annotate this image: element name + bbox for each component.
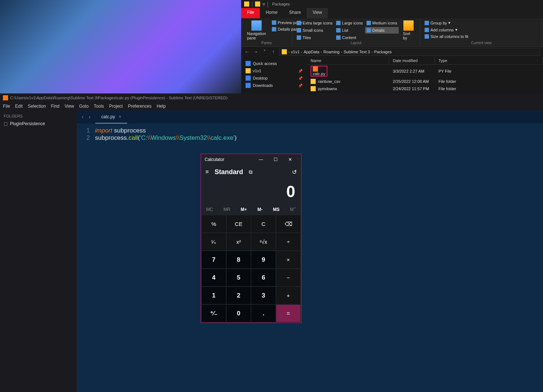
calc-button-[interactable]: − bbox=[276, 269, 300, 286]
layout-large-icons[interactable]: Large icons bbox=[335, 20, 364, 26]
menu-goto[interactable]: Goto bbox=[79, 104, 89, 109]
tab-bar: ‹ › calc.py × bbox=[77, 110, 543, 123]
breadcrumb-bar[interactable]: › v1v1› AppData› Roaming› Sublime Text 3… bbox=[279, 48, 540, 56]
tab-back[interactable]: ‹ bbox=[82, 114, 84, 120]
calculator-mode: Standard bbox=[214, 168, 243, 176]
folder-icon bbox=[311, 79, 316, 84]
layout-list[interactable]: List bbox=[335, 27, 364, 34]
tab-forward[interactable]: › bbox=[89, 114, 91, 120]
calculator-title: Calculator bbox=[205, 157, 224, 162]
calc-button-[interactable]: ⁺⁄₋ bbox=[202, 305, 226, 322]
calc-button-9[interactable]: 9 bbox=[251, 251, 276, 268]
file-row[interactable]: rainbow_csv2/25/2022 12:08 AMFile folder bbox=[307, 78, 543, 85]
explorer-titlebar: | ▾ | Packages bbox=[241, 0, 543, 8]
layout-xl-icons[interactable]: Extra large icons bbox=[295, 20, 334, 26]
calc-button-[interactable]: × bbox=[276, 251, 300, 268]
group-by-button[interactable]: Group by ▾ bbox=[423, 20, 540, 26]
breadcrumb[interactable]: Sublime Text 3 bbox=[343, 50, 370, 54]
breadcrumb[interactable]: v1v1 bbox=[291, 50, 299, 54]
calc-button-[interactable]: ¹⁄ₓ bbox=[202, 233, 226, 250]
folder-icon bbox=[246, 68, 251, 73]
memory-bar: MC MR M+ M- MS M˅ bbox=[201, 204, 301, 215]
calc-button-CE[interactable]: CE bbox=[227, 215, 251, 232]
menu-file[interactable]: File bbox=[3, 104, 10, 109]
tab-home[interactable]: Home bbox=[260, 8, 283, 18]
size-columns-button[interactable]: Size all columns to fit bbox=[423, 34, 540, 39]
layout-details[interactable]: Details bbox=[365, 27, 399, 34]
breadcrumb[interactable]: AppData bbox=[304, 50, 319, 54]
calc-button-x[interactable]: x² bbox=[227, 233, 251, 250]
up-button[interactable]: ↑ bbox=[270, 49, 276, 55]
mem-ms[interactable]: MS bbox=[273, 207, 280, 212]
calc-button-2[interactable]: 2 bbox=[227, 287, 251, 304]
forward-button[interactable]: → bbox=[253, 49, 259, 55]
mem-mr[interactable]: MR bbox=[224, 207, 231, 212]
calc-button-C[interactable]: C bbox=[251, 215, 276, 232]
layout-medium-icons[interactable]: Medium icons bbox=[365, 20, 399, 26]
sort-by-button[interactable]: Sort by bbox=[400, 20, 417, 41]
calc-button-4[interactable]: 4 bbox=[202, 269, 226, 286]
calc-button-[interactable]: ⌫ bbox=[276, 215, 300, 232]
folder-icon: ▢ bbox=[4, 121, 8, 126]
code-editor[interactable]: 1 import subprocess 2 subprocess.call('C… bbox=[77, 123, 543, 392]
sidebar-folder-item[interactable]: ▢ PluginPersistence bbox=[4, 121, 73, 126]
minimize-button[interactable]: — bbox=[254, 154, 268, 165]
col-name[interactable]: Name bbox=[307, 57, 389, 64]
folder-icon bbox=[282, 49, 287, 54]
calc-button-0[interactable]: 0 bbox=[227, 305, 251, 322]
calc-button-1[interactable]: 1 bbox=[202, 287, 226, 304]
mem-mc[interactable]: MC bbox=[206, 207, 213, 212]
sidebar-quick-access[interactable]: Quick access bbox=[243, 60, 305, 67]
menu-tools[interactable]: Tools bbox=[94, 104, 104, 109]
sidebar-downloads[interactable]: Downloads📌 bbox=[243, 82, 305, 89]
navigation-pane-button[interactable]: Navigation pane bbox=[244, 20, 269, 41]
calc-button-x[interactable]: ²√x bbox=[251, 233, 276, 250]
calculator-titlebar[interactable]: Calculator — ☐ ✕ bbox=[201, 154, 301, 165]
calc-button-6[interactable]: 6 bbox=[251, 269, 276, 286]
calc-button-[interactable]: % bbox=[202, 215, 226, 232]
layout-small-icons[interactable]: Small icons bbox=[295, 27, 334, 34]
file-tab[interactable]: calc.py × bbox=[95, 110, 127, 123]
calc-button-5[interactable]: 5 bbox=[227, 269, 251, 286]
calc-button-[interactable]: ÷ bbox=[276, 233, 300, 250]
layout-content[interactable]: Content bbox=[335, 34, 364, 41]
mem-mplus[interactable]: M+ bbox=[241, 207, 247, 212]
maximize-button[interactable]: ☐ bbox=[268, 154, 283, 165]
menu-project[interactable]: Project bbox=[109, 104, 123, 109]
menu-find[interactable]: Find bbox=[51, 104, 59, 109]
close-tab-icon[interactable]: × bbox=[119, 114, 121, 119]
breadcrumb[interactable]: Roaming bbox=[323, 50, 339, 54]
mem-mlist[interactable]: M˅ bbox=[290, 207, 296, 212]
calc-button-3[interactable]: 3 bbox=[251, 287, 276, 304]
file-row[interactable]: pymdownx2/24/2022 11:57 PMFile folder bbox=[307, 85, 543, 92]
calc-button-[interactable]: = bbox=[276, 305, 300, 322]
col-type[interactable]: Type bbox=[435, 57, 543, 64]
sidebar-desktop[interactable]: Desktop📌 bbox=[243, 74, 305, 82]
menu-help[interactable]: Help bbox=[157, 104, 166, 109]
add-columns-button[interactable]: Add columns ▾ bbox=[423, 27, 540, 33]
tab-view[interactable]: View bbox=[307, 8, 328, 18]
calc-button-[interactable]: + bbox=[276, 287, 300, 304]
breadcrumb[interactable]: Packages bbox=[374, 50, 392, 54]
history-icon[interactable]: ↺ bbox=[292, 169, 297, 176]
calc-button-8[interactable]: 8 bbox=[227, 251, 251, 268]
tab-share[interactable]: Share bbox=[283, 8, 307, 18]
menu-view[interactable]: View bbox=[65, 104, 74, 109]
layout-tiles[interactable]: Tiles bbox=[295, 34, 334, 41]
hamburger-icon[interactable]: ≡ bbox=[205, 169, 209, 175]
menu-selection[interactable]: Selection bbox=[28, 104, 46, 109]
back-button[interactable]: ← bbox=[244, 49, 250, 55]
close-button[interactable]: ✕ bbox=[283, 154, 297, 165]
keep-on-top-icon[interactable]: ⧉ bbox=[249, 169, 252, 175]
menu-edit[interactable]: Edit bbox=[15, 104, 23, 109]
col-date[interactable]: Date modified bbox=[389, 57, 435, 64]
calc-button-[interactable]: . bbox=[251, 305, 276, 322]
calc-button-7[interactable]: 7 bbox=[202, 251, 226, 268]
mem-mminus[interactable]: M- bbox=[257, 207, 262, 212]
menu-preferences[interactable]: Preferences bbox=[128, 104, 152, 109]
file-row[interactable]: calc.py3/3/2022 2:27 AMPY File bbox=[307, 65, 543, 78]
tab-file[interactable]: File bbox=[241, 8, 260, 18]
ribbon-group-layout-label: Layout bbox=[295, 41, 417, 45]
sidebar-item[interactable]: v1v1📌 bbox=[243, 67, 305, 74]
recent-button[interactable]: ˅ bbox=[262, 49, 267, 55]
